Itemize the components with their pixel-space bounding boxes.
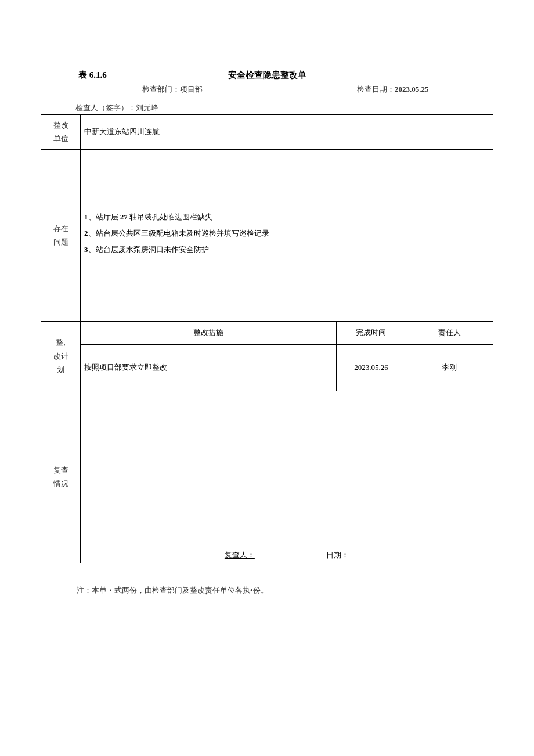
issue-line-1: 1、站厅层 27 轴吊装孔处临边围栏缺失 — [84, 211, 489, 224]
unit-value-cell: 中新大道东站四川连航 — [81, 115, 493, 150]
row-unit: 整改 单位 中新大道东站四川连航 — [41, 115, 493, 150]
issues-label-l1: 存在 — [45, 222, 77, 235]
issues-label-cell: 存在 问题 — [41, 149, 81, 321]
review-cell: 复查人： 日期： — [81, 391, 493, 563]
dept-label: 检查部门： — [142, 85, 180, 93]
review-date-label: 日期： — [326, 550, 349, 559]
review-label-l2: 情况 — [45, 477, 77, 490]
dept-value: 项目部 — [180, 85, 203, 93]
issue-3-text: 站台层废水泵房洞口未作安全防护 — [96, 245, 209, 254]
form-number: 表 6.1.6 — [41, 70, 107, 81]
row-plan-body: 按照项目部要求立即整改 2023.05.26 李刚 — [41, 344, 493, 391]
review-reviewer-label: 复查人： — [225, 550, 255, 559]
signer-value: 刘元峰 — [136, 103, 158, 112]
plan-resp: 李刚 — [406, 344, 493, 391]
issues-cell: 1、站厅层 27 轴吊装孔处临边围栏缺失 2、站台层公共区三级配电箱未及时巡检并… — [81, 149, 493, 321]
issue-2-sep: 、 — [88, 229, 96, 237]
plan-label-l3: 划 — [45, 363, 77, 376]
plan-header-time: 完成时间 — [336, 321, 406, 344]
plan-header-measure: 整改措施 — [81, 321, 337, 344]
issue-1-text-a: 站厅层 — [96, 213, 118, 221]
plan-label-l2: 改计 — [45, 350, 77, 363]
sub-header-row: 检查部门：项目部 检查日期：2023.05.25 — [41, 84, 493, 95]
check-date-value: 2023.05.25 — [395, 85, 429, 93]
row-plan-header: 整, 改计 划 整改措施 完成时间 责任人 — [41, 321, 493, 344]
unit-label-l2: 单位 — [45, 132, 77, 145]
check-date-block: 检查日期：2023.05.25 — [357, 84, 429, 95]
unit-label-cell: 整改 单位 — [41, 115, 81, 150]
plan-label-l1: 整, — [45, 336, 77, 349]
plan-measure: 按照项目部要求立即整改 — [81, 344, 337, 391]
issues-label-l2: 问题 — [45, 235, 77, 249]
issue-line-3: 3、站台层废水泵房洞口未作安全防护 — [84, 243, 489, 256]
plan-label-cell: 整, 改计 划 — [41, 321, 81, 391]
review-label-cell: 复查 情况 — [41, 391, 81, 563]
issue-3-sep: 、 — [88, 245, 96, 254]
form-title: 安全检查隐患整改单 — [41, 70, 493, 81]
header-row: 表 6.1.6 安全检查隐患整改单 — [41, 70, 493, 81]
plan-time: 2023.05.26 — [336, 344, 406, 391]
issue-1-text-b: 27 — [120, 213, 128, 221]
page: 表 6.1.6 安全检查隐患整改单 检查部门：项目部 检查日期：2023.05.… — [0, 0, 534, 756]
footnote: 注：本单・式两份，由检查部门及整改责任单位各执•份。 — [41, 585, 493, 596]
review-label-l1: 复查 — [45, 463, 77, 477]
issue-1-text-c: 轴吊装孔处临边围栏缺失 — [129, 213, 212, 221]
plan-header-resp: 责任人 — [406, 321, 493, 344]
row-issues: 存在 问题 1、站厅层 27 轴吊装孔处临边围栏缺失 2、站台层公共区三级配电箱… — [41, 149, 493, 321]
issue-line-2: 2、站台层公共区三级配电箱未及时巡检并填写巡检记录 — [84, 227, 489, 240]
form-table: 整改 单位 中新大道东站四川连航 存在 问题 1、站厅层 27 轴吊装孔处临边围… — [41, 114, 493, 563]
review-bottom-line: 复查人： 日期： — [81, 550, 493, 560]
row-review: 复查 情况 复查人： 日期： — [41, 391, 493, 563]
issue-2-text: 站台层公共区三级配电箱未及时巡检并填写巡检记录 — [96, 229, 269, 237]
signer-label: 检查人（签字）： — [75, 103, 136, 112]
dept-block: 检查部门：项目部 — [142, 84, 203, 95]
issue-1-sep: 、 — [88, 213, 96, 221]
unit-label-l1: 整改 — [45, 118, 77, 132]
check-date-label: 检查日期： — [357, 85, 395, 93]
signer-row: 检查人（签字）：刘元峰 — [41, 103, 493, 113]
